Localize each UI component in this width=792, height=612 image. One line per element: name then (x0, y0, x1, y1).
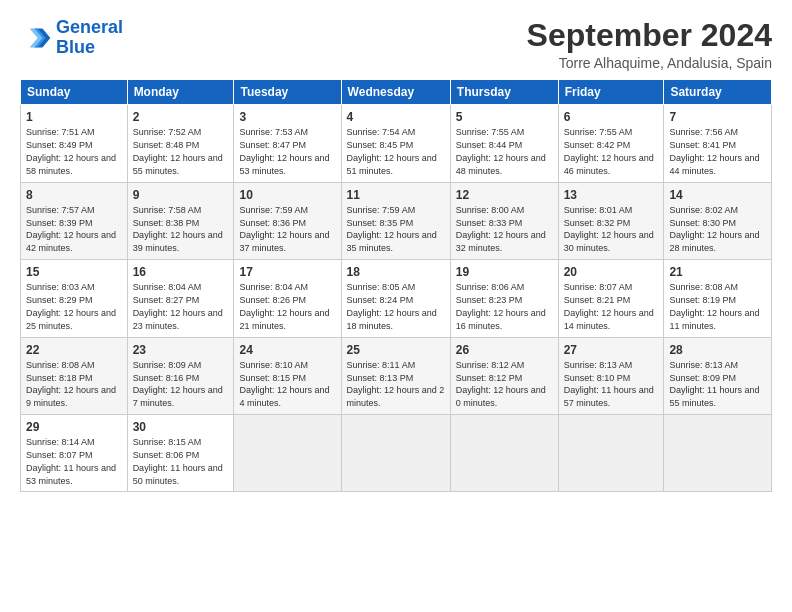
day-number: 9 (133, 187, 229, 203)
calendar-cell: 13 Sunrise: 8:01 AMSunset: 8:32 PMDaylig… (558, 182, 664, 259)
logo: General Blue (20, 18, 123, 58)
day-number: 2 (133, 109, 229, 125)
day-info: Sunrise: 7:55 AMSunset: 8:42 PMDaylight:… (564, 127, 654, 175)
day-info: Sunrise: 8:09 AMSunset: 8:16 PMDaylight:… (133, 360, 223, 408)
day-info: Sunrise: 7:56 AMSunset: 8:41 PMDaylight:… (669, 127, 759, 175)
calendar-cell: 8 Sunrise: 7:57 AMSunset: 8:39 PMDayligh… (21, 182, 128, 259)
calendar-cell: 6 Sunrise: 7:55 AMSunset: 8:42 PMDayligh… (558, 105, 664, 182)
day-of-week-tuesday: Tuesday (234, 80, 341, 105)
day-number: 22 (26, 342, 122, 358)
day-number: 14 (669, 187, 766, 203)
day-info: Sunrise: 7:59 AMSunset: 8:36 PMDaylight:… (239, 205, 329, 253)
title-block: September 2024 Torre Alhaquime, Andalusi… (527, 18, 772, 71)
day-info: Sunrise: 8:13 AMSunset: 8:09 PMDaylight:… (669, 360, 759, 408)
day-of-week-friday: Friday (558, 80, 664, 105)
day-number: 12 (456, 187, 553, 203)
calendar-cell: 12 Sunrise: 8:00 AMSunset: 8:33 PMDaylig… (450, 182, 558, 259)
day-info: Sunrise: 8:12 AMSunset: 8:12 PMDaylight:… (456, 360, 546, 408)
header: General Blue September 2024 Torre Alhaqu… (20, 18, 772, 71)
calendar-week-1: 1 Sunrise: 7:51 AMSunset: 8:49 PMDayligh… (21, 105, 772, 182)
day-number: 19 (456, 264, 553, 280)
day-number: 18 (347, 264, 445, 280)
calendar-cell: 15 Sunrise: 8:03 AMSunset: 8:29 PMDaylig… (21, 260, 128, 337)
calendar-cell: 21 Sunrise: 8:08 AMSunset: 8:19 PMDaylig… (664, 260, 772, 337)
day-number: 8 (26, 187, 122, 203)
calendar-cell: 11 Sunrise: 7:59 AMSunset: 8:35 PMDaylig… (341, 182, 450, 259)
day-number: 27 (564, 342, 659, 358)
calendar-header-row: SundayMondayTuesdayWednesdayThursdayFrid… (21, 80, 772, 105)
day-info: Sunrise: 8:04 AMSunset: 8:27 PMDaylight:… (133, 282, 223, 330)
calendar-cell: 19 Sunrise: 8:06 AMSunset: 8:23 PMDaylig… (450, 260, 558, 337)
calendar-table: SundayMondayTuesdayWednesdayThursdayFrid… (20, 79, 772, 492)
calendar-cell: 5 Sunrise: 7:55 AMSunset: 8:44 PMDayligh… (450, 105, 558, 182)
calendar-cell (234, 414, 341, 491)
day-number: 28 (669, 342, 766, 358)
day-number: 26 (456, 342, 553, 358)
calendar-cell: 20 Sunrise: 8:07 AMSunset: 8:21 PMDaylig… (558, 260, 664, 337)
logo-text: General Blue (56, 18, 123, 58)
day-of-week-wednesday: Wednesday (341, 80, 450, 105)
day-number: 7 (669, 109, 766, 125)
page: General Blue September 2024 Torre Alhaqu… (0, 0, 792, 612)
day-number: 3 (239, 109, 335, 125)
calendar-cell (341, 414, 450, 491)
day-info: Sunrise: 7:57 AMSunset: 8:39 PMDaylight:… (26, 205, 116, 253)
day-info: Sunrise: 8:02 AMSunset: 8:30 PMDaylight:… (669, 205, 759, 253)
calendar-week-4: 22 Sunrise: 8:08 AMSunset: 8:18 PMDaylig… (21, 337, 772, 414)
calendar-cell (558, 414, 664, 491)
day-info: Sunrise: 7:54 AMSunset: 8:45 PMDaylight:… (347, 127, 437, 175)
day-number: 17 (239, 264, 335, 280)
calendar-cell: 22 Sunrise: 8:08 AMSunset: 8:18 PMDaylig… (21, 337, 128, 414)
calendar-cell: 27 Sunrise: 8:13 AMSunset: 8:10 PMDaylig… (558, 337, 664, 414)
calendar-week-2: 8 Sunrise: 7:57 AMSunset: 8:39 PMDayligh… (21, 182, 772, 259)
logo-line1: General (56, 17, 123, 37)
calendar-cell: 16 Sunrise: 8:04 AMSunset: 8:27 PMDaylig… (127, 260, 234, 337)
calendar-cell: 17 Sunrise: 8:04 AMSunset: 8:26 PMDaylig… (234, 260, 341, 337)
calendar-cell: 4 Sunrise: 7:54 AMSunset: 8:45 PMDayligh… (341, 105, 450, 182)
day-number: 13 (564, 187, 659, 203)
subtitle: Torre Alhaquime, Andalusia, Spain (527, 55, 772, 71)
day-of-week-saturday: Saturday (664, 80, 772, 105)
day-info: Sunrise: 8:08 AMSunset: 8:19 PMDaylight:… (669, 282, 759, 330)
day-of-week-thursday: Thursday (450, 80, 558, 105)
day-info: Sunrise: 7:51 AMSunset: 8:49 PMDaylight:… (26, 127, 116, 175)
day-info: Sunrise: 8:10 AMSunset: 8:15 PMDaylight:… (239, 360, 329, 408)
day-number: 20 (564, 264, 659, 280)
day-info: Sunrise: 8:01 AMSunset: 8:32 PMDaylight:… (564, 205, 654, 253)
calendar-cell: 7 Sunrise: 7:56 AMSunset: 8:41 PMDayligh… (664, 105, 772, 182)
day-info: Sunrise: 8:15 AMSunset: 8:06 PMDaylight:… (133, 437, 223, 485)
day-number: 21 (669, 264, 766, 280)
day-number: 29 (26, 419, 122, 435)
calendar-cell: 3 Sunrise: 7:53 AMSunset: 8:47 PMDayligh… (234, 105, 341, 182)
month-title: September 2024 (527, 18, 772, 53)
day-number: 15 (26, 264, 122, 280)
calendar-cell: 23 Sunrise: 8:09 AMSunset: 8:16 PMDaylig… (127, 337, 234, 414)
day-info: Sunrise: 8:13 AMSunset: 8:10 PMDaylight:… (564, 360, 654, 408)
day-info: Sunrise: 7:52 AMSunset: 8:48 PMDaylight:… (133, 127, 223, 175)
day-number: 25 (347, 342, 445, 358)
day-of-week-sunday: Sunday (21, 80, 128, 105)
day-info: Sunrise: 8:00 AMSunset: 8:33 PMDaylight:… (456, 205, 546, 253)
calendar-cell (664, 414, 772, 491)
calendar-cell: 10 Sunrise: 7:59 AMSunset: 8:36 PMDaylig… (234, 182, 341, 259)
day-number: 24 (239, 342, 335, 358)
day-info: Sunrise: 7:58 AMSunset: 8:38 PMDaylight:… (133, 205, 223, 253)
day-number: 30 (133, 419, 229, 435)
calendar-cell: 24 Sunrise: 8:10 AMSunset: 8:15 PMDaylig… (234, 337, 341, 414)
day-info: Sunrise: 8:07 AMSunset: 8:21 PMDaylight:… (564, 282, 654, 330)
calendar-cell: 2 Sunrise: 7:52 AMSunset: 8:48 PMDayligh… (127, 105, 234, 182)
calendar-cell: 25 Sunrise: 8:11 AMSunset: 8:13 PMDaylig… (341, 337, 450, 414)
logo-line2: Blue (56, 37, 95, 57)
day-info: Sunrise: 7:53 AMSunset: 8:47 PMDaylight:… (239, 127, 329, 175)
day-number: 11 (347, 187, 445, 203)
day-number: 10 (239, 187, 335, 203)
day-number: 5 (456, 109, 553, 125)
day-info: Sunrise: 8:03 AMSunset: 8:29 PMDaylight:… (26, 282, 116, 330)
day-info: Sunrise: 7:59 AMSunset: 8:35 PMDaylight:… (347, 205, 437, 253)
calendar-cell: 9 Sunrise: 7:58 AMSunset: 8:38 PMDayligh… (127, 182, 234, 259)
day-info: Sunrise: 8:11 AMSunset: 8:13 PMDaylight:… (347, 360, 445, 408)
calendar-cell: 29 Sunrise: 8:14 AMSunset: 8:07 PMDaylig… (21, 414, 128, 491)
calendar-cell: 18 Sunrise: 8:05 AMSunset: 8:24 PMDaylig… (341, 260, 450, 337)
day-info: Sunrise: 8:14 AMSunset: 8:07 PMDaylight:… (26, 437, 116, 485)
day-number: 1 (26, 109, 122, 125)
